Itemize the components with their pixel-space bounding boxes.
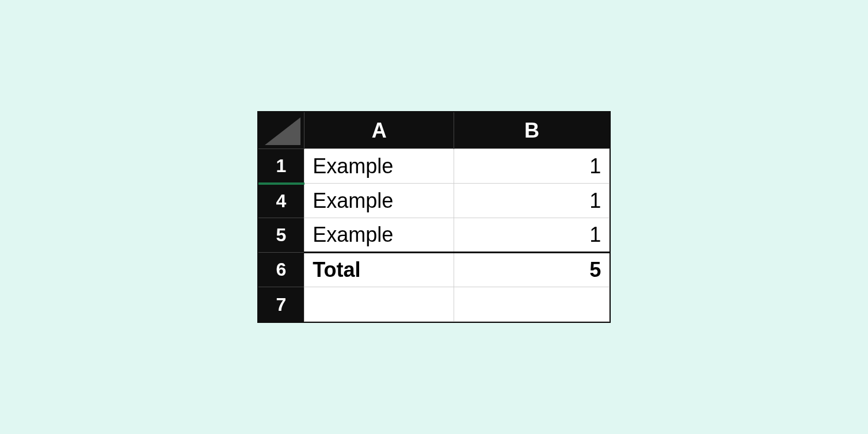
select-all-triangle-icon [265, 117, 300, 145]
cell-a7[interactable] [304, 287, 454, 322]
column-header-a[interactable]: A [304, 112, 454, 149]
cell-b1[interactable]: 1 [454, 149, 610, 184]
row-header-1[interactable]: 1 [258, 149, 304, 184]
cell-a5[interactable]: Example [304, 218, 454, 253]
cell-b4[interactable]: 1 [454, 184, 610, 218]
row-header-4[interactable]: 4 [258, 184, 304, 218]
table-row-total: 6 Total 5 [258, 253, 610, 287]
cell-a6[interactable]: Total [304, 253, 454, 287]
row-header-7[interactable]: 7 [258, 287, 304, 322]
table-row: 4 Example 1 [258, 184, 610, 218]
cell-b7[interactable] [454, 287, 610, 322]
table-row: 1 Example 1 [258, 149, 610, 184]
table-row: 7 [258, 287, 610, 322]
spreadsheet: A B 1 Example 1 4 Example 1 5 Example 1 … [257, 111, 611, 323]
table-row: 5 Example 1 [258, 218, 610, 253]
cell-b5[interactable]: 1 [454, 218, 610, 253]
spreadsheet-grid: A B 1 Example 1 4 Example 1 5 Example 1 … [258, 112, 610, 322]
column-header-row: A B [258, 112, 610, 149]
column-header-b[interactable]: B [454, 112, 610, 149]
select-all-corner[interactable] [258, 112, 304, 149]
cell-a4[interactable]: Example [304, 184, 454, 218]
cell-a1[interactable]: Example [304, 149, 454, 184]
row-header-5[interactable]: 5 [258, 218, 304, 253]
row-header-6[interactable]: 6 [258, 253, 304, 287]
cell-b6[interactable]: 5 [454, 253, 610, 287]
